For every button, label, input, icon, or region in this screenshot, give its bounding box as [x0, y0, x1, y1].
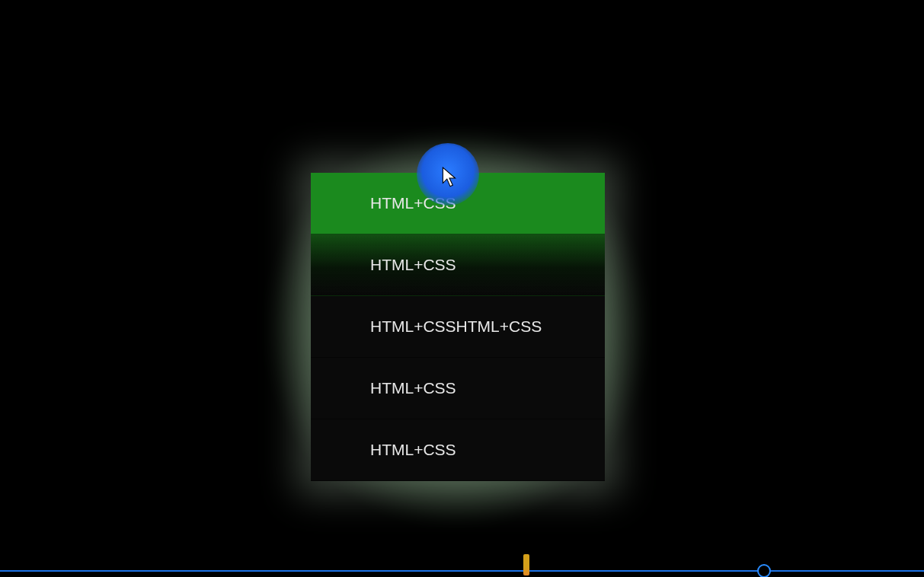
menu-item-1[interactable]: HTML+CSS	[311, 173, 605, 234]
menu-item-4[interactable]: HTML+CSS	[311, 358, 605, 419]
menu-item-label: HTML+CSS	[370, 194, 456, 212]
video-timeline-marker[interactable]	[523, 554, 529, 575]
menu-item-label: HTML+CSSHTML+CSS	[370, 317, 542, 336]
video-timeline-playhead[interactable]	[757, 564, 771, 577]
menu-item-label: HTML+CSS	[370, 256, 456, 274]
menu-panel: HTML+CSS HTML+CSS HTML+CSSHTML+CSS HTML+…	[311, 173, 605, 481]
menu-item-5[interactable]: HTML+CSS	[311, 419, 605, 481]
menu-item-label: HTML+CSS	[370, 379, 456, 397]
video-timeline-bar[interactable]	[0, 570, 924, 572]
menu-item-3[interactable]: HTML+CSSHTML+CSS	[311, 296, 605, 358]
menu-item-2[interactable]: HTML+CSS	[311, 234, 605, 296]
menu-item-label: HTML+CSS	[370, 441, 456, 459]
